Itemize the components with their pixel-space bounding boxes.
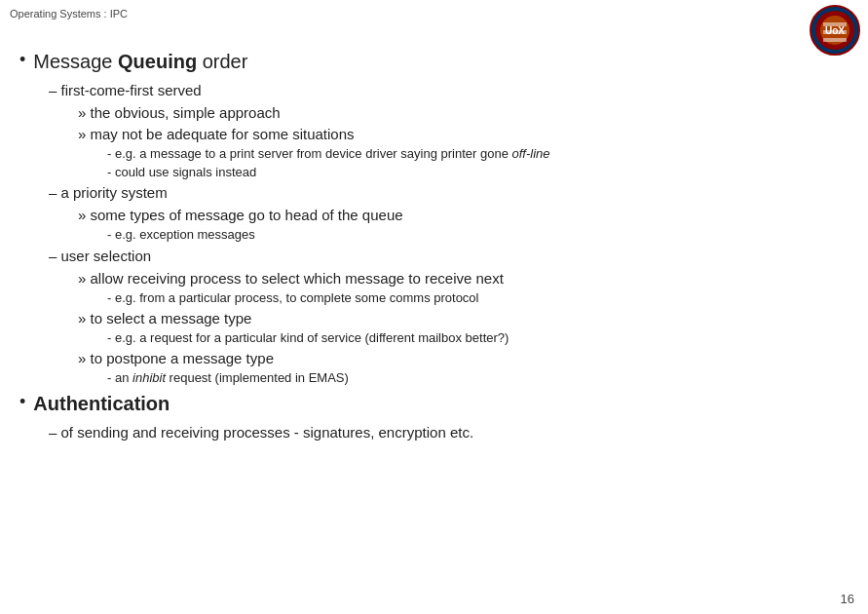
- section-message-queuing: • Message Queuing order first-come-first…: [19, 49, 849, 387]
- bullet-dot-2: •: [19, 391, 25, 413]
- main-bullet-1-text: Message Queuing order: [33, 49, 247, 74]
- level3-particular-process: e.g. from a particular process, to compl…: [107, 289, 849, 307]
- section-authentication: • Authentication of sending and receivin…: [19, 391, 849, 442]
- level3-request-service: e.g. a request for a particular kind of …: [107, 329, 849, 347]
- level2-obvious: the obvious, simple approach: [78, 102, 849, 123]
- level1-fcfs: first-come-first served: [49, 80, 849, 100]
- svg-rect-5: [823, 30, 847, 34]
- level2-adequate: may not be adequate for some situations: [78, 124, 849, 144]
- level2-allow-receiving: allow receiving process to select which …: [78, 268, 849, 288]
- level1-auth-sub: of sending and receiving processes - sig…: [49, 422, 849, 442]
- main-bullet-1: • Message Queuing order: [19, 49, 849, 74]
- svg-rect-6: [823, 38, 847, 42]
- page-number: 16: [841, 592, 854, 606]
- svg-rect-4: [823, 22, 847, 26]
- level2-head-queue: some types of message go to head of the …: [78, 205, 849, 225]
- italic-offline: off-line: [511, 146, 549, 161]
- level2-postpone: to postpone a message type: [78, 348, 849, 368]
- bold-auth: Authentication: [33, 393, 170, 414]
- level1-priority: a priority system: [49, 182, 849, 203]
- bold-queuing: Queuing: [118, 51, 197, 72]
- level3-print-server: e.g. a message to a print server from de…: [107, 145, 849, 163]
- level3-inhibit: an inhibit request (implemented in EMAS): [107, 369, 849, 387]
- italic-inhibit: inhibit: [132, 370, 166, 385]
- level2-select-message: to select a message type: [78, 308, 849, 328]
- main-content: • Message Queuing order first-come-first…: [19, 49, 849, 585]
- bullet-dot-1: •: [19, 49, 25, 71]
- main-bullet-2: • Authentication: [19, 391, 849, 416]
- main-bullet-2-text: Authentication: [33, 391, 170, 416]
- level3-signals: could use signals instead: [107, 164, 849, 181]
- header-title: Operating Systems : IPC: [10, 8, 128, 19]
- level3-exception: e.g. exception messages: [107, 226, 849, 244]
- level1-user-selection: user selection: [49, 246, 849, 266]
